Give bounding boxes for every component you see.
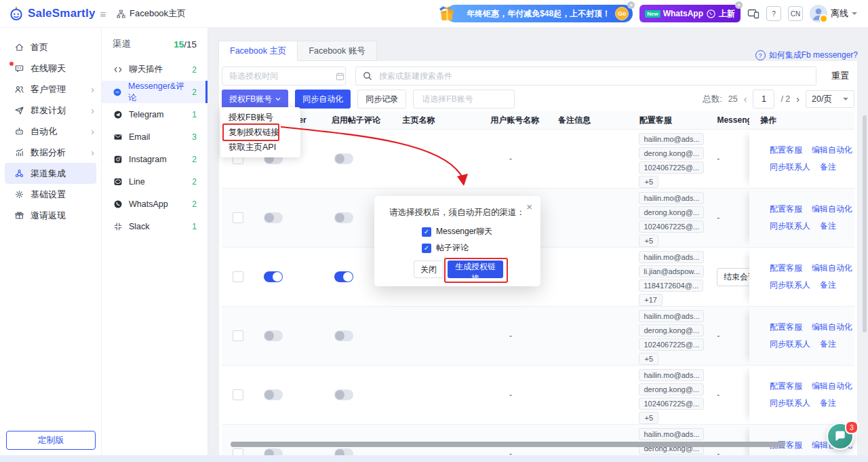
avatar [810, 5, 827, 22]
row-checkbox[interactable] [233, 389, 243, 400]
row-checkbox[interactable] [233, 271, 243, 282]
channel-item-1[interactable]: 聊天插件2 [102, 58, 208, 81]
close-whatsapp-banner-icon[interactable]: × [735, 1, 743, 9]
sidebar-item-1[interactable]: 首页 [0, 37, 101, 58]
row-checkbox[interactable] [233, 330, 243, 341]
post-comments-toggle[interactable] [334, 389, 353, 400]
action-link[interactable]: 配置客服 [770, 204, 802, 215]
prev-page-icon[interactable]: ‹ [744, 94, 747, 104]
action-link[interactable]: 备注 [820, 398, 836, 409]
fb-account-input[interactable] [420, 94, 528, 104]
action-link[interactable]: 编辑自动化 [812, 263, 852, 274]
integration-help-link[interactable]: ? 如何集成Fb messenger? [755, 50, 858, 61]
post-comments-toggle[interactable] [334, 212, 353, 223]
messenger-toggle[interactable] [264, 271, 283, 282]
language-toggle[interactable]: CN [788, 6, 803, 21]
action-link[interactable]: 编辑自动化 [812, 322, 852, 333]
messenger-toggle[interactable] [264, 389, 283, 400]
channel-item-2[interactable]: Messenger&评论2 [102, 81, 208, 103]
reset-button[interactable]: 重置 [826, 70, 854, 82]
action-link[interactable]: 同步联系人 [770, 280, 810, 291]
checked-checkbox[interactable]: ✓ [422, 244, 431, 253]
agent-more-tag[interactable]: +5 [639, 412, 658, 424]
action-link[interactable]: 编辑自动化 [812, 204, 852, 215]
sidebar-item-8[interactable]: 基础设置 [0, 184, 101, 205]
post-comments-toggle[interactable] [334, 271, 353, 282]
generate-auth-link-button[interactable]: 生成授权链接 [448, 261, 503, 278]
channel-count: 1 [192, 222, 197, 231]
sync-log-button[interactable]: 同步记录 [357, 90, 406, 109]
sidebar-item-5[interactable]: 自动化› [0, 121, 101, 142]
action-link[interactable]: 同步联系人 [770, 161, 810, 173]
messenger-toggle[interactable] [264, 330, 283, 341]
channel-item-7[interactable]: WhatsApp2 [102, 193, 208, 215]
sidebar-item-3[interactable]: 客户管理› [0, 79, 101, 100]
user-menu[interactable]: 离线 [810, 5, 857, 22]
action-link[interactable]: 编辑自动化 [812, 381, 852, 392]
vertical-scrollbar[interactable] [863, 115, 867, 332]
action-link[interactable]: 配置客服 [770, 381, 802, 392]
action-link[interactable]: 同步联系人 [770, 339, 810, 350]
home-icon [14, 42, 24, 53]
messenger-toggle[interactable] [264, 212, 283, 223]
action-link[interactable]: 备注 [820, 280, 836, 291]
row-checkbox[interactable] [233, 212, 243, 223]
action-link[interactable]: 备注 [820, 220, 836, 232]
action-link[interactable]: 同步联系人 [770, 220, 810, 232]
close-icon[interactable]: × [526, 201, 532, 212]
devices-icon[interactable] [747, 8, 760, 19]
search-input[interactable] [378, 71, 809, 81]
channel-item-4[interactable]: Email3 [102, 126, 208, 148]
agent-more-tag[interactable]: +17 [639, 294, 663, 306]
action-link[interactable]: 编辑自动化 [812, 145, 852, 156]
action-link[interactable]: 备注 [820, 161, 836, 173]
channel-item-5[interactable]: Instagram2 [102, 148, 208, 170]
sidebar-item-7[interactable]: 渠道集成 [5, 163, 96, 184]
action-link[interactable]: 配置客服 [770, 145, 802, 156]
agent-more-tag[interactable]: +5 [639, 176, 658, 188]
hamburger-menu-icon[interactable]: ≡ [100, 8, 106, 20]
channel-item-8[interactable]: Slack1 [102, 215, 208, 237]
dropdown-item-1[interactable]: 授权FB账号 [220, 110, 300, 125]
logo[interactable]: SaleSmartly ≡ [0, 5, 102, 22]
post-comments-toggle[interactable] [334, 153, 353, 164]
channel-item-6[interactable]: Line2 [102, 170, 208, 193]
go-button[interactable]: Go [615, 7, 629, 20]
action-link[interactable]: 同步联系人 [770, 398, 810, 409]
fb-account-select[interactable] [413, 90, 515, 109]
authorize-fb-account-button[interactable]: 授权FB账号 [222, 90, 288, 109]
sidebar-item-6[interactable]: 数据分析› [0, 142, 101, 163]
help-icon[interactable]: ? [766, 6, 781, 21]
action-link[interactable]: 备注 [820, 339, 836, 350]
page-size-select[interactable]: 20/页 [806, 90, 854, 108]
checked-checkbox[interactable]: ✓ [422, 227, 431, 237]
tab-2[interactable]: Facebook 账号 [298, 41, 376, 61]
action-link[interactable]: 配置客服 [770, 263, 802, 274]
search-box[interactable] [355, 66, 816, 85]
whatsapp-banner[interactable]: New WhatsApp 上新 × [639, 5, 741, 22]
promo-banner[interactable]: 年终钜惠，年付减免$48起，上不封顶！ Go × [446, 5, 633, 22]
dropdown-item-3[interactable]: 获取主页API [220, 140, 300, 155]
sidebar-item-9[interactable]: 邀请返现 [0, 205, 101, 226]
custom-edition-button[interactable]: 定制版 [6, 431, 96, 450]
agent-tag: 1024067225@... [639, 339, 704, 351]
auth-time-input[interactable] [228, 71, 336, 81]
chevron-right-icon: › [91, 147, 94, 158]
sidebar-item-2[interactable]: 在线聊天 [0, 58, 101, 79]
agent-more-tag[interactable]: +5 [639, 235, 658, 247]
post-comments-toggle[interactable] [334, 330, 353, 341]
sync-automation-button[interactable]: 同步自动化 [295, 90, 351, 109]
modal-close-button[interactable]: 关闭 [414, 261, 443, 278]
close-promo-icon[interactable]: × [627, 1, 635, 9]
tab-1[interactable]: Facebook 主页 [218, 41, 298, 61]
agent-more-tag[interactable]: +5 [639, 353, 658, 365]
current-page[interactable]: 1 [753, 90, 774, 109]
next-page-icon[interactable]: › [796, 94, 800, 104]
sidebar-item-4[interactable]: 群发计划› [0, 100, 101, 121]
auth-time-filter[interactable] [222, 66, 346, 85]
agent-tag: 1024067225@... [639, 398, 704, 410]
channel-item-3[interactable]: Telegram1 [102, 103, 208, 126]
action-link[interactable]: 配置客服 [770, 322, 802, 333]
horizontal-scrollbar[interactable] [231, 442, 785, 447]
dropdown-item-2[interactable]: 复制授权链接 [220, 125, 300, 140]
